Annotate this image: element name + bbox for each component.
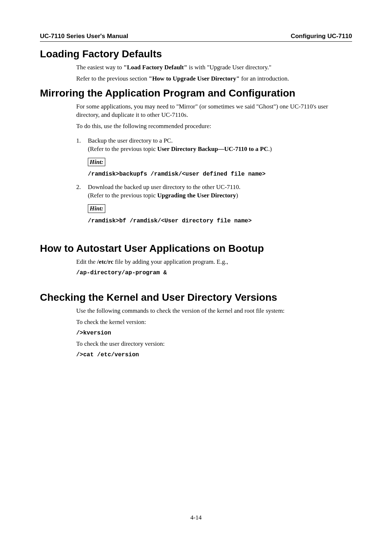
text: The easiest way to bbox=[76, 64, 123, 71]
paragraph: Use the following commands to check the … bbox=[76, 307, 352, 315]
list-item: Download the backed up user directory to… bbox=[76, 183, 352, 225]
text: .) bbox=[268, 145, 272, 152]
header-right: Configuring UC-7110 bbox=[291, 33, 352, 40]
text-bold: User Directory Backup—UC-7110 to a PC bbox=[157, 145, 268, 152]
header-left: UC-7110 Series User's Manual bbox=[40, 33, 128, 40]
text: Backup the user directory to a PC. bbox=[88, 137, 173, 144]
text: Download the backed up user directory to… bbox=[88, 184, 240, 190]
section-body-mirroring: For some applications, you may need to "… bbox=[76, 103, 352, 225]
page-number: 4-14 bbox=[0, 514, 392, 521]
text-bold: "Load Factory Default" bbox=[123, 64, 187, 71]
section-title-mirroring: Mirroring the Application Program and Co… bbox=[40, 87, 352, 99]
paragraph: To do this, use the following recommende… bbox=[76, 122, 352, 131]
paragraph: To check the user directory version: bbox=[76, 340, 352, 348]
paragraph: For some applications, you may need to "… bbox=[76, 103, 352, 119]
paragraph: Refer to the previous section "How to Up… bbox=[76, 75, 352, 83]
text: Edit the bbox=[76, 258, 97, 265]
text: Refer to the previous section bbox=[76, 75, 149, 82]
paragraph: Edit the /etc/rc file by adding your app… bbox=[76, 258, 352, 266]
command-text: />cat /etc/version bbox=[76, 351, 352, 359]
section-body-checking: Use the following commands to check the … bbox=[76, 307, 352, 359]
text: for an introduction. bbox=[240, 75, 289, 82]
page-content: UC-7110 Series User's Manual Configuring… bbox=[0, 0, 392, 377]
section-title-autostart: How to Autostart User Applications on Bo… bbox=[40, 243, 352, 254]
command-text: /ramdisk>backupfs /ramdisk/<user defined… bbox=[88, 171, 266, 177]
paragraph: The easiest way to "Load Factory Default… bbox=[76, 63, 352, 72]
text-bold: "How to Upgrade User Directory" bbox=[149, 75, 240, 82]
list-item: Backup the user directory to a PC. (Refe… bbox=[76, 137, 352, 178]
procedure-list: Backup the user directory to a PC. (Refe… bbox=[76, 137, 352, 225]
command-text: /ap-directory/ap-program & bbox=[76, 269, 352, 277]
running-header: UC-7110 Series User's Manual Configuring… bbox=[40, 33, 352, 42]
text: file by adding your application program.… bbox=[114, 258, 228, 265]
section-title-checking: Checking the Kernel and User Directory V… bbox=[40, 292, 352, 303]
command-text: />kversion bbox=[76, 329, 352, 337]
text: is with "Upgrade User directory." bbox=[187, 64, 271, 71]
text: (Refer to the previous topic bbox=[88, 145, 157, 152]
section-body-loading-defaults: The easiest way to "Load Factory Default… bbox=[76, 63, 352, 83]
text-bold: /etc/rc bbox=[97, 258, 114, 265]
hint-label: Hint: bbox=[88, 204, 105, 213]
paragraph: To check the kernel version: bbox=[76, 318, 352, 327]
section-title-loading-defaults: Loading Factory Defaults bbox=[40, 48, 352, 60]
section-body-autostart: Edit the /etc/rc file by adding your app… bbox=[76, 258, 352, 277]
hint-label: Hint: bbox=[88, 158, 105, 166]
command-text: /ramdisk>bf /ramdisk/<User directory fil… bbox=[88, 218, 252, 224]
text-bold: Upgrading the User Directory bbox=[157, 192, 236, 199]
text: ) bbox=[236, 192, 238, 199]
text: (Refer to the previous topic bbox=[88, 192, 157, 199]
